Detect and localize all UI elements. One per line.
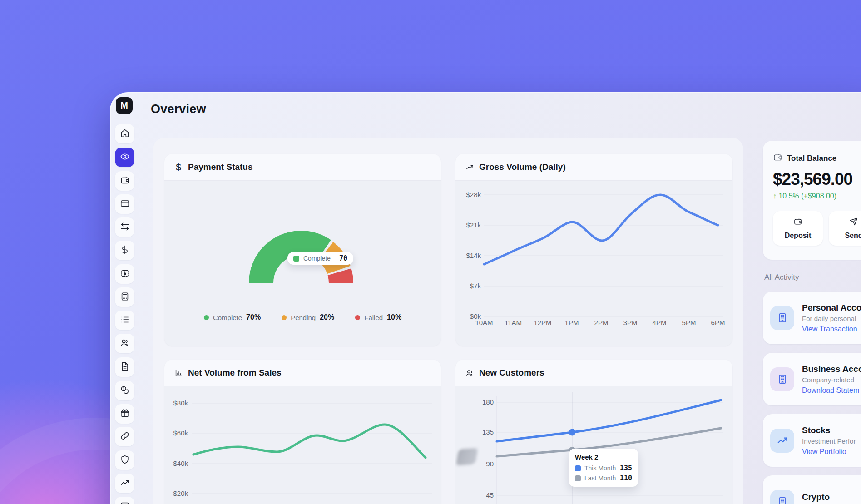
- tooltip-row-last-month: Last Month 110: [575, 474, 632, 482]
- sidebar-item-links[interactable]: [115, 427, 134, 446]
- send-button[interactable]: Send: [829, 211, 861, 246]
- total-balance-amount: $23,569.00: [773, 170, 861, 189]
- gross-volume-chart[interactable]: [455, 154, 732, 346]
- tooltip-value: 135: [620, 464, 632, 472]
- sidebar-item-documents[interactable]: [115, 357, 134, 377]
- all-activity-heading: All Activity: [764, 273, 799, 282]
- y-tick: $40k: [168, 460, 188, 467]
- gauge-tooltip: Complete 70: [287, 252, 353, 265]
- activity-title: Personal Accou: [802, 303, 861, 313]
- y-tick: $28k: [462, 191, 481, 198]
- activity-subtitle: Company-related: [802, 376, 861, 384]
- net-volume-line: [193, 425, 426, 458]
- total-balance-row: Total Balance: [773, 153, 861, 164]
- wallet-icon: [773, 153, 782, 164]
- sidebar-item-wallet[interactable]: [115, 171, 134, 191]
- sidebar-item-home[interactable]: [115, 124, 134, 143]
- tooltip-swatch-complete: [293, 256, 299, 262]
- deposit-button-label: Deposit: [785, 232, 812, 240]
- legend-label: Pending: [291, 314, 316, 321]
- total-balance-card: Total Balance $23,569.00 ↑ 10.5% (+$908.…: [763, 141, 861, 260]
- new-customers-card: New Customers 180 135 90 45 Week 2 This: [455, 360, 732, 504]
- legend-label: Complete: [213, 314, 242, 321]
- view-portfolio-link[interactable]: View Portfolio: [802, 448, 856, 456]
- document-icon: [120, 361, 130, 373]
- legend-value: 10%: [387, 313, 401, 321]
- legend-value: 70%: [246, 313, 261, 321]
- activity-item-stocks[interactable]: Stocks Investment Perfor View Portfolio: [763, 414, 861, 467]
- legend-item-failed: Failed 10%: [355, 313, 401, 321]
- activity-text: Business Accou Company-related Download …: [802, 364, 861, 395]
- sidebar-item-customers[interactable]: [115, 334, 134, 353]
- total-balance-delta: ↑ 10.5% (+$908.00): [773, 192, 861, 200]
- receipt-icon: [120, 268, 130, 280]
- legend-label: Failed: [364, 314, 383, 321]
- x-tick: 1PM: [561, 319, 583, 326]
- total-balance-label: Total Balance: [787, 154, 836, 163]
- x-tick: 12PM: [532, 319, 554, 326]
- wallet-icon: [793, 217, 802, 228]
- legend-value: 20%: [320, 313, 334, 321]
- activity-title: Business Accou: [802, 364, 861, 374]
- activity-item-crypto[interactable]: Crypto Wallet & Exchang: [763, 475, 861, 504]
- send-button-label: Send: [845, 232, 861, 240]
- tooltip-label: This Month: [584, 464, 616, 472]
- sidebar-item-invoices[interactable]: [115, 264, 134, 284]
- sidebar-item-security[interactable]: [115, 450, 134, 470]
- net-volume-card: Net Volume from Sales $80k $60k $40k $20…: [164, 360, 441, 504]
- download-statement-link[interactable]: Download Statem: [802, 386, 861, 395]
- legend-item-complete: Complete 70%: [204, 313, 261, 321]
- app-logo[interactable]: M: [116, 97, 133, 114]
- gross-volume-card: Gross Volume (Daily) $28k $21k $14k $7k …: [455, 154, 732, 346]
- send-icon: [849, 217, 858, 228]
- y-tick: $20k: [168, 489, 188, 497]
- app-window-icon: [120, 501, 130, 504]
- deposit-button[interactable]: Deposit: [773, 211, 823, 246]
- net-volume-chart[interactable]: [164, 360, 441, 504]
- tooltip-title: Week 2: [575, 453, 632, 461]
- x-tick: 10AM: [473, 319, 495, 326]
- tooltip-value: 70: [339, 254, 347, 262]
- x-tick: 2PM: [590, 319, 612, 326]
- this-month-point[interactable]: [569, 429, 576, 436]
- list-icon: [120, 315, 130, 326]
- payment-legend: Complete 70% Pending 20% Failed 10%: [164, 313, 441, 321]
- this-month-line: [497, 400, 721, 441]
- y-tick: 135: [472, 428, 494, 436]
- building-icon: [770, 490, 794, 504]
- dollar-icon: [120, 245, 130, 257]
- x-tick: 4PM: [648, 319, 670, 326]
- activity-title: Stocks: [802, 425, 856, 435]
- y-tick: 180: [472, 398, 494, 406]
- sidebar-item-list[interactable]: [115, 311, 134, 330]
- activity-item-personal-account[interactable]: Personal Accou For daily personal View T…: [763, 292, 861, 344]
- coins-icon: [120, 385, 130, 397]
- dashboard-content: $ Payment Status Complete 70 Complete 70…: [153, 138, 743, 504]
- sidebar-item-cards[interactable]: [115, 194, 134, 214]
- home-icon: [120, 128, 130, 140]
- sidebar-item-calculator[interactable]: [115, 287, 134, 307]
- legend-item-pending: Pending 20%: [282, 313, 334, 321]
- x-tick: 11AM: [502, 319, 524, 326]
- transfer-arrows-icon: [120, 222, 130, 233]
- gross-volume-line: [484, 195, 718, 264]
- y-tick: $21k: [462, 221, 481, 229]
- trending-up-icon: [120, 478, 130, 489]
- activity-text: Stocks Investment Perfor View Portfolio: [802, 425, 856, 456]
- sidebar-item-transfers[interactable]: [115, 217, 134, 237]
- y-tick: $7k: [462, 282, 481, 290]
- y-tick: 45: [472, 491, 494, 499]
- sidebar-item-apps[interactable]: [115, 497, 134, 504]
- sidebar-item-analytics[interactable]: [115, 474, 134, 493]
- activity-subtitle: Investment Perfor: [802, 437, 856, 445]
- tooltip-swatch-blue: [575, 465, 581, 471]
- sidebar-item-rewards[interactable]: [115, 404, 134, 424]
- view-transactions-link[interactable]: View Transaction: [802, 325, 861, 333]
- sidebar-item-coins[interactable]: [115, 381, 134, 400]
- calculator-icon: [120, 292, 130, 303]
- legend-dot-orange: [282, 315, 287, 320]
- sidebar-item-overview[interactable]: [115, 148, 134, 167]
- sidebar-item-payments[interactable]: [115, 241, 134, 260]
- legend-dot-green: [204, 315, 209, 320]
- activity-item-business-account[interactable]: Business Accou Company-related Download …: [763, 353, 861, 405]
